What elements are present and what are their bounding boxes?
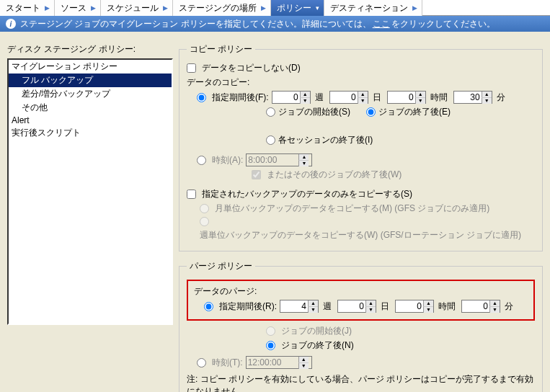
purge-highlight-box: データのパージ: 指定期間後(R): ▲▼ 週 ▲▼ 日 ▲▼ 時間 ▲▼ 分	[187, 280, 535, 321]
spin-down-icon[interactable]: ▼	[423, 307, 433, 313]
spin-down-icon[interactable]: ▼	[415, 98, 425, 104]
chevron-right-icon: ▶	[261, 4, 266, 12]
purge-policy-legend: パージ ポリシー	[187, 260, 255, 272]
copy-policy-legend: コピー ポリシー	[187, 43, 255, 55]
monthly-radio	[200, 204, 209, 213]
weekly-label: 週単位バックアップのデータをコピーする(W) (GFS/ローテーション ジョブに…	[200, 229, 521, 241]
banner-text-pre: ステージング ジョブのマイグレーション ポリシーを指定してください。詳細について…	[20, 18, 371, 30]
purge-after-start-label: ジョブの開始後(J)	[281, 325, 352, 337]
left-panel-label: ディスク ステージング ポリシー:	[7, 43, 173, 55]
list-item[interactable]: マイグレーション ポリシー	[9, 60, 172, 74]
purge-after-end-label: ジョブの終了後(N)	[281, 339, 354, 352]
copy-days-spinner[interactable]: ▲▼	[329, 91, 368, 104]
spin-up-icon[interactable]: ▲	[415, 92, 425, 98]
or-after-job-checkbox	[252, 170, 261, 179]
purge-after-period-label: 指定期間後(R):	[219, 300, 277, 313]
purge-after-end-radio[interactable]	[266, 341, 275, 350]
spin-up-icon[interactable]: ▲	[300, 92, 310, 98]
chevron-right-icon: ▶	[163, 4, 168, 12]
spin-up-icon[interactable]: ▲	[489, 300, 500, 307]
chevron-right-icon: ▶	[91, 4, 96, 12]
copy-time-spinner: ▲▼	[246, 153, 312, 166]
spin-down-icon[interactable]: ▼	[489, 307, 500, 313]
copy-at-time-radio[interactable]	[197, 156, 206, 165]
list-item[interactable]: 実行後スクリプト	[9, 126, 172, 140]
copy-after-start-radio[interactable]	[266, 107, 275, 117]
purge-mins-spinner[interactable]: ▲▼	[461, 300, 500, 313]
spin-down-icon[interactable]: ▼	[300, 98, 310, 104]
copy-after-end-radio[interactable]	[366, 107, 376, 117]
spin-up-icon[interactable]: ▲	[358, 92, 368, 98]
tab-source[interactable]: ソース▶	[55, 0, 101, 16]
purge-days-spinner[interactable]: ▲▼	[337, 300, 376, 313]
chevron-right-icon: ▶	[412, 4, 417, 12]
no-copy-checkbox[interactable]	[187, 63, 196, 73]
spin-down-icon[interactable]: ▼	[358, 98, 368, 104]
purge-policy-group: パージ ポリシー データのパージ: 指定期間後(R): ▲▼ 週 ▲▼ 日 ▲▼…	[179, 260, 543, 392]
weekly-radio	[200, 217, 209, 226]
spin-down-icon[interactable]: ▼	[365, 307, 376, 313]
spin-up-icon[interactable]: ▲	[423, 300, 433, 307]
copy-policy-group: コピー ポリシー データをコピーしない(D) データのコピー: 指定期間後(F)…	[179, 43, 543, 251]
purge-weeks-spinner[interactable]: ▲▼	[280, 300, 319, 313]
list-item[interactable]: 差分/増分バックアップ	[9, 87, 172, 101]
chevron-down-icon: ▾	[316, 4, 319, 12]
copy-data-label: データのコピー:	[187, 76, 535, 89]
only-backed-checkbox[interactable]	[187, 190, 196, 199]
spin-up-icon: ▲	[298, 154, 309, 161]
purge-at-time-radio[interactable]	[197, 358, 206, 368]
list-item[interactable]: フル バックアップ	[9, 74, 172, 87]
tab-destination[interactable]: デスティネーション▶	[324, 0, 422, 16]
chevron-right-icon: ▶	[45, 4, 50, 12]
copy-after-period-radio[interactable]	[197, 93, 206, 102]
monthly-label: 月単位バックアップのデータをコピーする(M) (GFS ジョブにのみ適用)	[215, 202, 489, 215]
spin-up-icon[interactable]: ▲	[308, 300, 318, 307]
spin-down-icon[interactable]: ▼	[308, 307, 318, 313]
purge-at-time-label: 時刻(T):	[212, 357, 243, 369]
tab-start[interactable]: スタート▶	[0, 0, 55, 16]
copy-hours-spinner[interactable]: ▲▼	[387, 91, 426, 104]
tab-staging[interactable]: ステージングの場所▶	[173, 0, 271, 16]
or-after-job-label: またはその後のジョブの終了後(W)	[267, 169, 402, 181]
copy-after-session-radio[interactable]	[266, 135, 275, 145]
banner-text-post: をクリックしてください。	[391, 18, 495, 30]
purge-time-spinner: ▲▼	[246, 356, 312, 369]
purge-after-period-radio[interactable]	[204, 302, 213, 311]
banner-link[interactable]: ここ	[371, 18, 391, 30]
purge-after-start-radio	[266, 326, 275, 336]
copy-at-time-label: 時刻(A):	[212, 154, 243, 166]
copy-mins-spinner[interactable]: ▲▼	[453, 91, 492, 104]
wizard-tabs: スタート▶ ソース▶ スケジュール▶ ステージングの場所▶ ポリシー▾ デスティ…	[0, 0, 550, 16]
copy-after-period-label: 指定期間後(F):	[212, 92, 269, 104]
spin-down-icon[interactable]: ▼	[482, 98, 492, 104]
info-banner: i ステージング ジョブのマイグレーション ポリシーを指定してください。詳細につ…	[0, 16, 550, 32]
list-item[interactable]: Alert	[9, 115, 172, 126]
spin-up-icon: ▲	[298, 357, 309, 363]
only-backed-label: 指定されたバックアップのデータのみをコピーする(S)	[202, 188, 412, 200]
tab-policy[interactable]: ポリシー▾	[271, 0, 324, 16]
purge-note: 注: コピー ポリシーを有効にしている場合、パージ ポリシーはコピーが完了するま…	[187, 373, 535, 392]
purge-hours-spinner[interactable]: ▲▼	[395, 300, 434, 313]
spin-down-icon: ▼	[298, 363, 309, 369]
spin-up-icon[interactable]: ▲	[365, 300, 376, 307]
purge-data-label: データのパージ:	[194, 285, 528, 298]
no-copy-label: データをコピーしない(D)	[202, 62, 301, 74]
spin-down-icon: ▼	[298, 161, 309, 166]
copy-weeks-spinner[interactable]: ▲▼	[272, 91, 311, 104]
list-item[interactable]: その他	[9, 101, 172, 115]
policy-list[interactable]: マイグレーション ポリシー フル バックアップ 差分/増分バックアップ その他 …	[7, 58, 173, 325]
info-icon: i	[6, 19, 16, 29]
tab-schedule[interactable]: スケジュール▶	[101, 0, 173, 16]
spin-up-icon[interactable]: ▲	[482, 92, 492, 98]
